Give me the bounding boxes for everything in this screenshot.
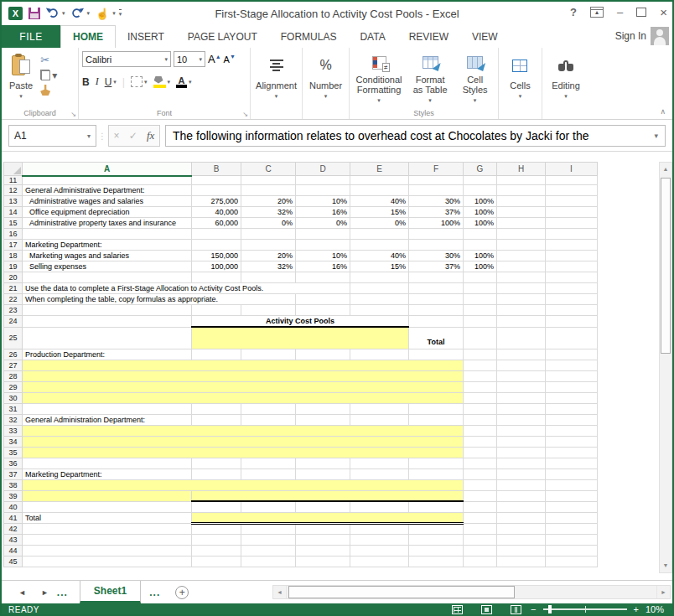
cell-B14[interactable]: 40,000 [192,207,241,218]
row-header-37[interactable]: 37 [4,468,23,479]
horizontal-scrollbar[interactable]: ◄ ► [272,585,671,599]
column-header-F[interactable]: F [409,163,464,176]
normal-view-icon[interactable] [452,605,463,614]
cell-G32[interactable] [464,414,497,425]
cell-A44[interactable] [23,545,192,556]
cell-D44[interactable] [296,545,350,556]
cell-F18[interactable]: 30% [409,251,464,261]
cell-I44[interactable] [546,545,598,556]
cell-G16[interactable] [464,229,497,240]
cell-E44[interactable] [350,545,409,556]
column-header-E[interactable]: E [350,163,409,176]
cell-I45[interactable] [546,556,598,567]
decrease-font-icon[interactable]: A▼ [224,54,236,65]
cell-F45[interactable] [409,556,464,567]
redo-icon[interactable] [71,8,84,20]
page-layout-view-icon[interactable] [481,605,492,614]
cell-I21[interactable] [546,283,598,294]
cell-E17[interactable] [350,240,409,251]
cell-H30[interactable] [497,392,546,403]
help-icon[interactable]: ? [570,6,577,18]
row-header-14[interactable]: 14 [4,207,23,218]
undo-icon[interactable] [46,8,59,20]
cell-G25[interactable] [464,327,497,349]
cell-A33[interactable] [23,425,464,436]
cell-F25[interactable]: Total [409,327,464,349]
cell-D17[interactable] [296,240,350,251]
cell-H32[interactable] [497,414,546,425]
horizontal-scroll-thumb[interactable] [288,586,515,598]
row-header-15[interactable]: 15 [4,218,23,229]
cell-I29[interactable] [546,381,598,392]
more-sheets-right[interactable]: ... [141,581,168,603]
cell-G35[interactable] [464,447,497,458]
row-header-30[interactable]: 30 [4,392,23,403]
cell-A43[interactable] [23,534,192,545]
cell-B44[interactable] [192,545,241,556]
cell-H18[interactable] [497,251,546,261]
cell-G14[interactable]: 100% [464,207,497,218]
cell-C31[interactable] [241,403,296,414]
cell-H15[interactable] [497,218,546,229]
cell-D19[interactable]: 16% [296,261,350,272]
row-header-24[interactable]: 24 [4,316,23,328]
cell-C12[interactable] [241,185,296,196]
cell-A26[interactable]: Production Department: [23,349,192,360]
touch-mode-icon[interactable]: ☝ [96,8,109,20]
cell-G40[interactable] [464,501,497,512]
paste-button[interactable]: Paste ▾ [5,51,37,107]
cell-D12[interactable] [296,185,350,196]
cell-E21[interactable] [350,283,409,294]
cell-A38[interactable] [23,479,464,490]
cell-I14[interactable] [546,207,598,218]
cell-D23[interactable] [296,305,350,316]
cell-A41[interactable]: Total [23,512,192,523]
cell-G30[interactable] [464,392,497,403]
tab-formulas[interactable]: FORMULAS [269,25,349,48]
cell-H34[interactable] [497,436,546,447]
insert-function-icon[interactable]: fx [147,129,154,142]
cell-H13[interactable] [497,196,546,207]
name-box-dropdown-icon[interactable]: ▾ [87,132,91,140]
cell-E32[interactable] [350,414,409,425]
cell-H26[interactable] [497,349,546,360]
scroll-right-icon[interactable]: ► [656,586,670,598]
cell-A22[interactable]: When completing the table, copy formulas… [23,294,296,305]
column-header-B[interactable]: B [192,163,241,176]
row-header-16[interactable]: 16 [4,229,23,240]
font-name-select[interactable]: Calibri▾ [82,51,171,67]
cell-F12[interactable] [409,185,464,196]
row-header-35[interactable]: 35 [4,447,23,458]
cell-I40[interactable] [546,501,598,512]
cell-A28[interactable] [23,370,464,381]
cell-I22[interactable] [546,294,598,305]
row-header-22[interactable]: 22 [4,294,23,305]
cell-A36[interactable] [23,458,192,468]
cell-D32[interactable] [296,414,350,425]
sheet-tab-sheet1[interactable]: Sheet1 [80,581,141,603]
cell-G11[interactable] [464,176,497,185]
cell-G15[interactable]: 100% [464,218,497,229]
cell-H16[interactable] [497,229,546,240]
copy-dropdown-icon[interactable]: ▾ [52,70,57,81]
row-header-41[interactable]: 41 [4,512,23,523]
row-header-43[interactable]: 43 [4,534,23,545]
cell-D45[interactable] [296,556,350,567]
cell-F43[interactable] [409,534,464,545]
cell-A24[interactable] [23,316,192,328]
cell-F42[interactable] [409,523,464,534]
cell-A31[interactable] [23,403,192,414]
cell-H22[interactable] [497,294,546,305]
cell-G24[interactable] [464,316,497,328]
next-sheet-icon[interactable]: ► [41,588,49,597]
cell-G43[interactable] [464,534,497,545]
fill-color-icon[interactable] [153,76,166,88]
cell-C32[interactable] [241,414,296,425]
cell-H29[interactable] [497,381,546,392]
row-header-32[interactable]: 32 [4,414,23,425]
font-dialog-launcher-icon[interactable]: ↘ [242,111,248,118]
cell-I30[interactable] [546,392,598,403]
tab-view[interactable]: VIEW [460,25,510,48]
row-header-29[interactable]: 29 [4,381,23,392]
borders-icon[interactable] [131,76,143,87]
